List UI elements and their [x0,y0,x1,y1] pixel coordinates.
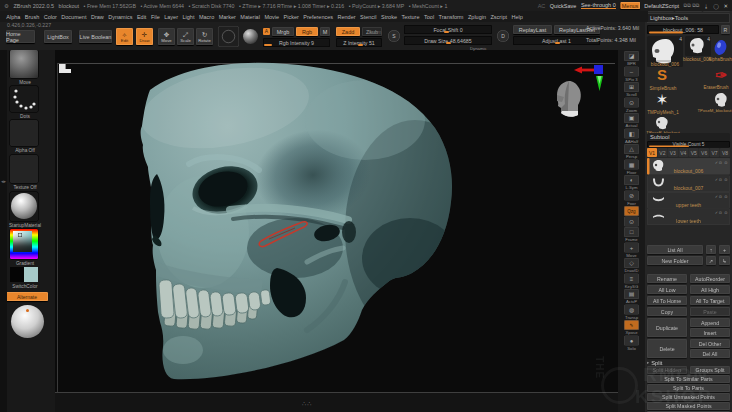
shelf-button[interactable]: ⊞ Scroll [620,82,644,97]
menu-item[interactable]: Light [180,14,196,20]
anchor-badge[interactable]: A [263,28,270,35]
menu-item[interactable]: Zscript [488,14,509,20]
menu-item[interactable]: Tool [422,14,437,20]
split-unmasked-button[interactable]: Split Unmasked Points [647,393,730,401]
add-subtool-button[interactable]: + [719,245,730,254]
shelf-button[interactable]: ◧ AAHalf [620,129,644,144]
shelf-button[interactable]: Qzg [620,206,644,216]
monitor-icons[interactable]: ⧉⧉ ⧉⧉ [684,3,700,9]
menu-item[interactable]: Movie [262,14,281,20]
menu-item[interactable]: Dynamics [106,14,135,20]
shelf-button[interactable]: ▤ ActvP [620,289,644,304]
subtool-tab[interactable]: V4 [678,148,688,157]
copy-button[interactable]: Copy [647,307,687,316]
rotate-button[interactable]: ↻Rotate [196,28,213,45]
menu-item[interactable]: Stencil [358,14,379,20]
shelf-button[interactable]: ◍ Transp [620,305,644,320]
subtool-tab[interactable]: V8 [720,148,730,157]
tool-item-main[interactable]: 4 blockout_006 [647,36,683,67]
split-to-parts-button[interactable]: Split To Parts [647,384,730,392]
subtool-tab[interactable]: V2 [657,148,667,157]
menu-item[interactable]: Transform [436,14,465,20]
menu-item[interactable]: Draw [89,14,106,20]
stroke-s-icon[interactable]: S [388,30,400,42]
shelf-button[interactable]: ● Solo [620,336,644,351]
list-all-button[interactable]: List All [647,245,703,254]
shelf-button[interactable]: ⊙ [620,217,644,227]
skull-model[interactable] [55,50,618,412]
menu-item[interactable]: Layer [162,14,180,20]
all-high-button[interactable]: All High [690,285,730,294]
shelf-button[interactable]: ◪ BPR [620,51,644,66]
menus-button[interactable]: Menus [620,2,640,9]
secondary-color-swatch[interactable] [24,267,38,282]
scale-button[interactable]: ⤢Scale [177,28,194,45]
tool-name-slider[interactable]: blockout_006: 58 [647,25,719,34]
delete-button[interactable]: Delete [647,339,687,358]
mrgb-button[interactable]: Mrgb [272,27,294,36]
brush-preview[interactable] [218,26,239,47]
menu-item[interactable]: Render [335,14,358,20]
subtool-tab[interactable]: V5 [689,148,699,157]
replay-last-button[interactable]: ReplayLast [513,25,552,34]
subtool-tab[interactable]: V6 [699,148,709,157]
autoreorder-button[interactable]: AutoReorder [690,274,730,283]
menu-item[interactable]: Marker [216,14,238,20]
tool-item-eraser[interactable]: ✑ [712,66,730,84]
shelf-button[interactable]: ⊙ Zoom [620,98,644,113]
menu-item[interactable]: Picker [281,14,301,20]
dynamic-label[interactable]: Dynamic [470,46,487,51]
folder-up-button[interactable]: ↗ [706,256,716,265]
material-thumbnail[interactable] [10,192,38,221]
subtool-row-lower-teeth[interactable]: ✓⊙ ⊙ lower teeth [647,209,730,226]
split-hidden-button[interactable]: Split Hidden [647,366,687,374]
preview-sphere-icon[interactable] [243,29,258,44]
brush-thumbnail[interactable] [10,50,38,78]
tool-item-simple[interactable]: S [653,66,671,84]
subtool-tab[interactable]: V7 [710,148,720,157]
shelf-button[interactable]: □ Frame [620,227,644,242]
menu-item[interactable]: Zplugin [466,14,489,20]
subtool-section-header[interactable]: Subtool [647,133,730,141]
focal-shift-slider[interactable]: Focal Shift 0 [404,25,492,34]
menu-item[interactable]: Brush [23,14,42,20]
document-canvas[interactable]: ∴∴ [55,50,618,412]
all-to-home-button[interactable]: All To Home [647,296,687,305]
z-intensity-slider[interactable]: Z Intensity 51 [336,38,382,47]
menu-item[interactable]: Stroke [379,14,399,20]
shelf-button[interactable]: ✎ Xpose [620,320,644,335]
alpha-thumbnail[interactable] [10,120,38,146]
shelf-button[interactable]: ◐ L.Sym [620,175,644,190]
duplicate-button[interactable]: Duplicate [647,318,687,337]
up-button[interactable]: ↑ [706,245,716,254]
append-button[interactable]: Append [690,318,730,327]
tool-item-alpha[interactable] [712,39,729,56]
subtool-tab[interactable]: V1 [647,148,657,157]
color-sphere[interactable] [11,305,44,338]
groups-split-button[interactable]: Groups Split [690,366,730,374]
color-gradient-picker[interactable] [10,229,38,259]
stroke-d-icon[interactable]: D [497,30,509,42]
lightbox-button[interactable]: LightBox [44,30,72,43]
shelf-button[interactable]: ▣ Actual [620,113,644,128]
subtool-row-blockout007[interactable]: ✓⊙ ⊙ blockout_007 [647,176,730,193]
shelf-button[interactable]: ◇ DrawID [620,258,644,273]
r-button[interactable]: R [721,25,730,34]
shelf-button[interactable]: ▦ Floor [620,160,644,175]
stroke-thumbnail[interactable] [10,86,38,112]
rgb-button[interactable]: Rgb [296,27,318,36]
tool-item-tposep[interactable] [653,116,671,130]
menu-item[interactable]: Document [59,14,89,20]
split-section-header[interactable]: ▸Split [647,359,730,366]
split-to-similar-button[interactable]: Split To Similar Parts [647,375,730,383]
bottom-tray-handle[interactable]: ∴∴ [302,400,312,408]
alternate-button[interactable]: Alternate [6,292,48,301]
new-folder-button[interactable]: New Folder [647,256,703,265]
subtool-row-upper-teeth[interactable]: ✓⊙ ⊙ upper teeth [647,192,730,209]
menu-item[interactable]: Color [41,14,59,20]
live-boolean-button[interactable]: Live Boolean [79,30,112,43]
subtool-row-blockout006[interactable]: ✓⊙ ⊙ blockout_006 [647,158,730,175]
menu-item[interactable]: Preferences [301,14,335,20]
quicksave-button[interactable]: QuickSave [550,3,577,9]
texture-thumbnail[interactable] [10,155,38,183]
